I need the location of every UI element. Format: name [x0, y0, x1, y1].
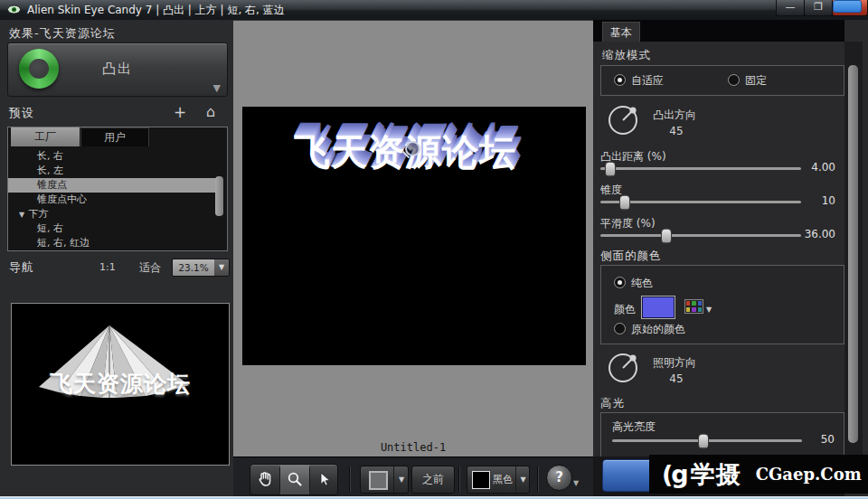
lighting-direction-dial-icon[interactable]	[604, 349, 642, 387]
smoothness-value: 36.00	[796, 228, 835, 240]
rectangle-icon	[369, 471, 388, 490]
original-color-label: 原始的颜色	[631, 322, 685, 337]
extrude-direction-value: 45	[653, 125, 700, 137]
palette-teal	[697, 306, 703, 313]
lighting-direction-value: 45	[653, 372, 700, 385]
navigation-header-row: 导航 1:1 适合 23.1% ▼	[0, 257, 233, 278]
zoom-level-value: 23.1%	[173, 259, 214, 276]
watermark-brand: 学摄	[691, 458, 741, 491]
color-label: 颜色	[614, 302, 636, 317]
before-button[interactable]: 之前	[411, 466, 455, 494]
toolbar-divider	[349, 466, 350, 492]
preset-item-selected[interactable]: 锥度点	[8, 178, 216, 193]
triangle-expanded-icon: ▼	[19, 211, 24, 219]
preset-list-box: 工厂 用户 长, 右 长, 左 锥度点 锥度点中心 ▼下方 短, 右 短, 右,…	[7, 127, 228, 251]
zoom-tool-button[interactable]	[280, 465, 309, 494]
toolbar-divider	[537, 466, 538, 492]
selection-shape-button[interactable]: ▼	[360, 466, 409, 494]
preset-group-row[interactable]: ▼下方	[8, 207, 214, 221]
chevron-down-icon[interactable]: ▼	[706, 306, 712, 314]
chevron-down-icon: ▼	[214, 259, 229, 276]
smoothness-slider[interactable]	[600, 234, 801, 237]
highlight-brightness-value: 50	[806, 433, 835, 446]
side-color-swatch[interactable]	[641, 296, 675, 319]
radio-solid-color[interactable]	[614, 277, 626, 288]
slider-thumb[interactable]	[619, 194, 630, 210]
preset-item[interactable]: 长, 左	[8, 164, 214, 178]
preset-item[interactable]: 长, 右	[8, 149, 214, 164]
slider-thumb[interactable]	[605, 161, 616, 176]
lighting-direction-label: 照明方向	[653, 355, 696, 371]
extrude-distance-slider[interactable]	[600, 167, 801, 170]
panel-scrollbar-thumb[interactable]	[848, 65, 858, 443]
preset-group-label: 下方	[28, 208, 48, 220]
smoothness-label: 平滑度 (%)	[600, 216, 656, 231]
effect-header: 效果-飞天资源论坛	[9, 25, 116, 42]
preset-item[interactable]: 短, 右, 红边	[8, 236, 214, 249]
tab-user[interactable]: 用户	[80, 127, 149, 146]
navigation-label: 导航	[9, 259, 34, 276]
help-button[interactable]: ?	[546, 465, 572, 491]
effect-name-label: 凸出	[8, 61, 227, 78]
radio-fixed[interactable]	[728, 74, 740, 86]
radio-dot	[618, 78, 622, 82]
watermark: (g 学摄 CGaep.Com	[649, 455, 868, 494]
radio-dot	[618, 280, 622, 285]
tab-basic[interactable]: 基本	[602, 22, 640, 42]
zoom-level-dropdown[interactable]: 23.1% ▼	[172, 259, 230, 277]
tab-factory[interactable]: 工厂	[11, 127, 80, 146]
preset-list-scrollbar[interactable]	[215, 176, 223, 216]
tool-group	[250, 464, 338, 495]
preset-item[interactable]: 锥度点中心	[8, 193, 214, 207]
taper-slider[interactable]	[600, 201, 801, 203]
preset-item[interactable]: 短, 右	[8, 221, 214, 236]
select-tool-button[interactable]	[310, 465, 338, 494]
minimize-button[interactable]: —	[776, 0, 805, 16]
home-icon[interactable]: ⌂	[206, 103, 215, 120]
scale-mode-label: 缩放模式	[602, 48, 651, 63]
slider-thumb[interactable]	[698, 433, 709, 448]
palette-icon[interactable]	[684, 299, 703, 314]
chevron-down-icon: ▼	[515, 466, 530, 493]
extrude-direction-dial-icon[interactable]	[604, 101, 642, 139]
hand-icon	[257, 471, 273, 487]
watermark-site: CGaep.Com	[756, 465, 862, 484]
presets-label: 预设	[9, 105, 34, 121]
canvas-filename: Untitled-1	[233, 441, 593, 454]
add-preset-button[interactable]: +	[174, 103, 186, 121]
magnifier-icon	[287, 471, 303, 487]
pan-tool-button[interactable]	[250, 465, 279, 494]
radio-adaptive[interactable]	[614, 74, 626, 86]
preset-list: 长, 右 长, 左 锥度点 锥度点中心 ▼下方 短, 右 短, 右, 红边	[8, 147, 225, 249]
maximize-button[interactable]: ❐	[804, 0, 833, 16]
highlight-brightness-slider[interactable]	[612, 439, 802, 442]
chevron-down-icon[interactable]: ▼	[573, 479, 579, 487]
highlight-header: 高光	[600, 396, 625, 411]
chevron-down-icon: ▼	[213, 82, 221, 94]
toolbar-divider	[458, 466, 459, 492]
effect-selector-button[interactable]: 凸出 ▼	[7, 42, 228, 97]
left-panel: 效果-飞天资源论坛 凸出 ▼ 预设 + ⌂ 工厂 用户 长, 右 长, 左 锥度…	[0, 20, 234, 496]
palette-blue	[697, 300, 703, 306]
direction-handle[interactable]	[405, 141, 420, 156]
bg-color-label: 黑色	[493, 466, 513, 493]
watermark-logo: (g	[662, 460, 687, 488]
radio-fixed-label: 固定	[745, 73, 767, 89]
taper-value: 10	[796, 194, 835, 207]
highlight-brightness-label: 高光亮度	[612, 419, 656, 435]
zoom-fit-button[interactable]: 适合	[139, 260, 161, 276]
window-title: Alien Skin Eye Candy 7 | 凸出 | 上方 | 短, 右,…	[27, 0, 285, 20]
black-color-swatch	[472, 471, 490, 489]
title-bar[interactable]: Alien Skin Eye Candy 7 | 凸出 | 上方 | 短, 右,…	[0, 0, 868, 21]
extrude-distance-value: 4.00	[796, 161, 835, 174]
navigation-thumbnail[interactable]: 飞天资源论坛	[11, 303, 230, 466]
zoom-actual-button[interactable]: 1:1	[99, 261, 116, 273]
panel-scrollbar-track[interactable]	[844, 42, 863, 476]
chevron-down-icon: ▼	[393, 466, 409, 493]
cursor-icon	[316, 471, 333, 487]
background-color-button[interactable]: 黑色 ▼	[467, 466, 530, 494]
radio-original-color[interactable]	[614, 323, 626, 334]
side-color-group: 纯色 颜色 ▼ 原始的颜色	[600, 265, 844, 344]
overlay-badge	[833, 0, 862, 13]
slider-thumb[interactable]	[661, 228, 672, 243]
